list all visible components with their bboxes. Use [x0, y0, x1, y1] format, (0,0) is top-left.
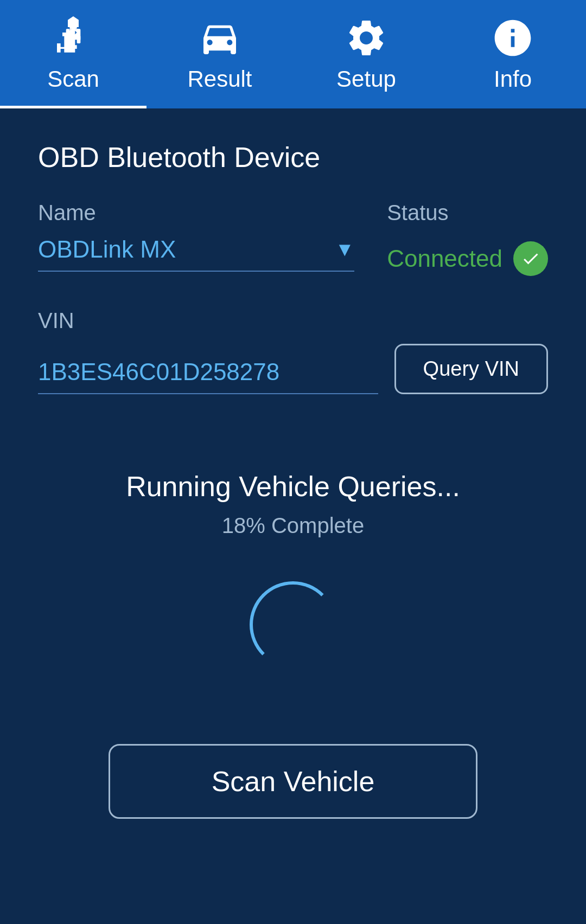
progress-subtitle: 18% Complete [222, 514, 364, 538]
device-row: Name OBDLink MX ▼ Status Connected [38, 201, 548, 276]
vin-row: Query VIN [38, 344, 548, 394]
status-container: Connected [387, 236, 548, 276]
tab-setup[interactable]: Setup [293, 0, 440, 108]
main-content: OBD Bluetooth Device Name OBDLink MX ▼ S… [0, 108, 586, 884]
svg-rect-1 [66, 29, 70, 43]
progress-title: Running Vehicle Queries... [126, 470, 460, 503]
usb-icon [52, 16, 95, 60]
connected-icon [513, 241, 548, 276]
checkmark-icon [521, 249, 540, 268]
tab-scan[interactable]: Scan [0, 0, 146, 108]
scan-vehicle-button[interactable]: Scan Vehicle [109, 744, 477, 819]
status-label: Status [387, 201, 548, 225]
device-name-value: OBDLink MX [38, 236, 324, 263]
section-title: OBD Bluetooth Device [38, 141, 548, 174]
chevron-down-icon: ▼ [335, 238, 355, 261]
device-name-col: Name OBDLink MX ▼ [38, 201, 354, 272]
info-icon [491, 16, 534, 60]
svg-rect-2 [77, 29, 81, 43]
vin-section: VIN Query VIN [38, 309, 548, 394]
tab-result-label: Result [187, 66, 252, 92]
car-icon [198, 16, 241, 60]
query-vin-button[interactable]: Query VIN [394, 344, 548, 394]
spinner-ring [250, 581, 336, 668]
name-label: Name [38, 201, 354, 225]
tab-info-label: Info [494, 66, 532, 92]
vin-label: VIN [38, 309, 548, 333]
vin-input[interactable] [38, 358, 378, 394]
loading-spinner [250, 581, 336, 668]
device-dropdown[interactable]: OBDLink MX ▼ [38, 236, 354, 272]
tab-info[interactable]: Info [440, 0, 586, 108]
tab-scan-label: Scan [47, 66, 99, 92]
tab-result[interactable]: Result [146, 0, 293, 108]
vin-input-col [38, 358, 378, 394]
device-status-col: Status Connected [387, 201, 548, 276]
tab-bar: Scan Result Setup Info [0, 0, 586, 108]
status-value: Connected [387, 245, 502, 272]
progress-section: Running Vehicle Queries... 18% Complete … [38, 427, 548, 851]
tab-setup-label: Setup [336, 66, 396, 92]
gear-icon [345, 16, 388, 60]
